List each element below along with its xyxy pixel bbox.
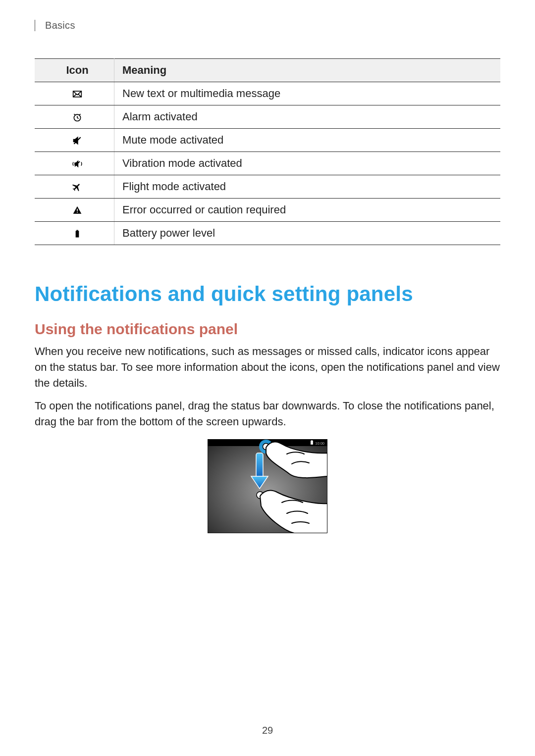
table-row: Battery power level [35,222,500,245]
table-row: New text or multimedia message [35,82,500,105]
svg-rect-11 [312,440,313,441]
meaning-cell: Error occurred or caution required [114,199,501,222]
svg-rect-7 [76,230,78,231]
table-row: Vibration mode activated [35,152,500,175]
table-row: Alarm activated [35,105,500,129]
message-icon [35,82,114,105]
mute-icon [35,129,114,152]
col-header-icon: Icon [35,59,114,82]
icon-meaning-table: Icon Meaning New text or multimedia mess… [35,58,500,245]
table-row: Flight mode activated [35,175,500,199]
meaning-cell: Battery power level [114,222,501,245]
col-header-meaning: Meaning [114,59,501,82]
meaning-cell: Flight mode activated [114,175,501,199]
vibration-icon [35,152,114,175]
svg-rect-4 [77,209,78,211]
section-title: Basics [45,20,75,31]
table-row: Mute mode activated [35,129,500,152]
meaning-cell: Vibration mode activated [114,152,501,175]
svg-rect-6 [76,231,79,237]
body-paragraph: To open the notifications panel, drag th… [35,398,500,430]
heading-sub: Using the notifications panel [35,321,500,338]
battery-icon [35,222,114,245]
table-row: Error occurred or caution required [35,199,500,222]
error-icon [35,199,114,222]
svg-rect-5 [77,212,78,213]
page-number: 29 [0,725,535,736]
heading-main: Notifications and quick setting panels [35,282,500,306]
flight-icon [35,175,114,199]
meaning-cell: Alarm activated [114,105,501,129]
page-header-breadcrumb: Basics [35,20,500,31]
meaning-cell: New text or multimedia message [114,82,501,105]
alarm-icon [35,105,114,129]
svg-rect-10 [311,441,313,445]
svg-rect-12 [256,453,263,478]
meaning-cell: Mute mode activated [114,129,501,152]
body-paragraph: When you receive new notifications, such… [35,344,500,391]
illustration-status-time: 10:00 [315,441,324,446]
illustration: 10:00 [35,439,500,535]
